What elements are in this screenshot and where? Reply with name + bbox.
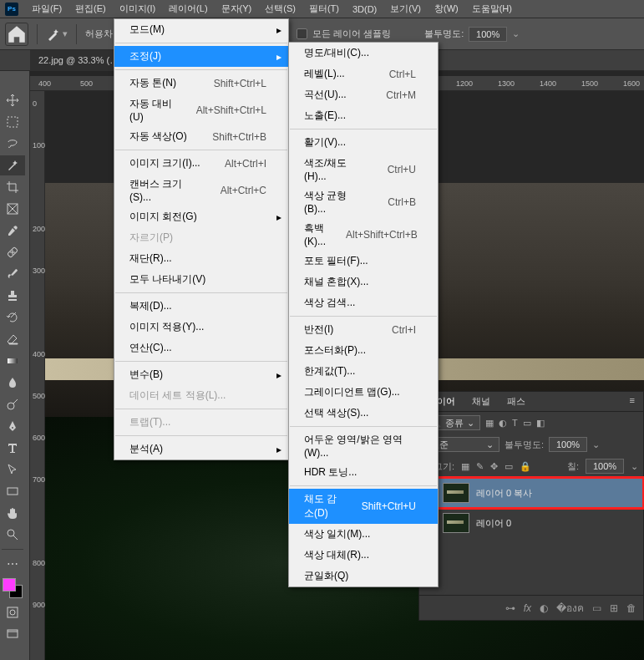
menu-item[interactable]: 활기(V)... — [289, 132, 438, 153]
move-tool[interactable] — [0, 90, 25, 110]
menu-item[interactable]: 모두 나타내기(V) — [114, 269, 288, 290]
lock-image-icon[interactable]: ✎ — [476, 461, 484, 472]
healing-tool[interactable] — [0, 242, 25, 262]
menu-edit[interactable]: 편집(E) — [68, 1, 113, 17]
screenmode-toggle[interactable] — [0, 624, 25, 644]
menu-item[interactable]: 이미지 크기(I)...Alt+Ctrl+I — [114, 153, 288, 174]
menu-item[interactable]: 반전(I)Ctrl+I — [289, 319, 438, 340]
lock-all-icon[interactable]: 🔒 — [520, 461, 531, 472]
menu-item[interactable]: 균일화(Q) — [289, 566, 438, 586]
tool-preset-icon[interactable]: ▾ — [46, 27, 68, 42]
menu-type[interactable]: 문자(Y) — [215, 1, 259, 17]
menu-help[interactable]: 도움말(H) — [465, 1, 519, 17]
eraser-tool[interactable] — [0, 329, 25, 349]
menu-item[interactable]: 색상 대체(R)... — [289, 545, 438, 566]
hand-tool[interactable] — [0, 503, 25, 523]
tab-paths[interactable]: 패스 — [499, 392, 534, 411]
rectangle-tool[interactable] — [0, 481, 25, 501]
ruler-vertical[interactable]: 0 100 200 300 400 500 600 700 800 900 — [30, 91, 45, 660]
menu-item[interactable]: 어두운 영역/밝은 영역(W)... — [289, 429, 438, 462]
sample-all-layers-checkbox[interactable] — [297, 28, 307, 39]
menu-file[interactable]: 파일(F) — [25, 1, 68, 17]
lock-artboard-icon[interactable]: ▭ — [505, 461, 513, 472]
stamp-tool[interactable] — [0, 286, 25, 306]
menu-item[interactable]: 레벨(L)...Ctrl+L — [289, 63, 438, 84]
menu-item[interactable]: 색상 균형(B)...Ctrl+B — [289, 185, 438, 218]
link-layers-icon[interactable]: ⊶ — [505, 602, 515, 614]
menu-item[interactable]: 캔버스 크기(S)...Alt+Ctrl+C — [114, 174, 288, 206]
menu-select[interactable]: 선택(S) — [258, 1, 302, 17]
menu-item[interactable]: 재단(R)... — [114, 248, 288, 269]
app-logo[interactable]: Ps — [5, 3, 18, 16]
foreground-color[interactable] — [3, 578, 16, 591]
layer-name[interactable]: 레이어 0 — [476, 517, 511, 530]
color-swatches[interactable] — [3, 578, 23, 598]
blur-tool[interactable] — [0, 373, 25, 393]
layer-thumbnail[interactable] — [443, 513, 469, 533]
menu-item[interactable]: 색조/채도(H)...Ctrl+U — [289, 153, 438, 185]
layer-name[interactable]: 레이어 0 복사 — [476, 487, 532, 500]
quickmask-toggle[interactable] — [0, 602, 25, 622]
zoom-tool[interactable] — [0, 525, 25, 545]
menu-item[interactable]: 이미지 회전(G)▸ — [114, 206, 288, 227]
menu-item[interactable]: 노출(E)... — [289, 105, 438, 126]
type-tool[interactable] — [0, 438, 25, 458]
menu-item[interactable]: 복제(D)... — [114, 296, 288, 317]
filter-type-icon[interactable]: T — [512, 418, 518, 428]
path-select-tool[interactable] — [0, 459, 25, 480]
menu-item[interactable]: 자동 톤(N)Shift+Ctrl+L — [114, 73, 288, 94]
menu-item[interactable]: 조정(J)▸ — [114, 46, 288, 67]
menu-view[interactable]: 보기(V) — [383, 1, 428, 17]
brush-tool[interactable] — [0, 264, 25, 284]
menu-item[interactable]: 곡선(U)...Ctrl+M — [289, 84, 438, 105]
menu-item[interactable]: HDR 토닝... — [289, 462, 438, 483]
marquee-tool[interactable] — [0, 112, 25, 132]
menu-item[interactable]: 포토 필터(F)... — [289, 251, 438, 272]
layer-mask-icon[interactable]: ◐ — [540, 602, 548, 614]
menu-window[interactable]: 창(W) — [428, 1, 465, 17]
eyedropper-tool[interactable] — [0, 221, 25, 241]
layer-thumbnail[interactable] — [443, 483, 469, 503]
menu-3d[interactable]: 3D(D) — [346, 3, 383, 16]
tab-channels[interactable]: 채널 — [464, 392, 499, 411]
history-brush-tool[interactable] — [0, 307, 25, 327]
lock-transparent-icon[interactable]: ▦ — [461, 461, 469, 472]
menu-filter[interactable]: 필터(T) — [302, 1, 346, 17]
menu-item[interactable]: 색상 일치(M)... — [289, 524, 438, 545]
layer-opacity-input[interactable] — [549, 437, 587, 452]
chevron-down-icon[interactable]: ⌄ — [592, 439, 600, 450]
crop-tool[interactable] — [0, 177, 25, 197]
filter-pixel-icon[interactable]: ▦ — [485, 418, 494, 429]
panel-menu-icon[interactable]: ≡ — [621, 392, 643, 411]
layer-row[interactable]: 👁 레이어 0 복사 — [419, 478, 643, 508]
filter-smart-icon[interactable]: ◧ — [536, 418, 545, 429]
filter-adjust-icon[interactable]: ◐ — [499, 418, 507, 429]
menu-item[interactable]: 이미지 적용(Y)... — [114, 317, 288, 338]
layer-style-icon[interactable]: fx — [524, 602, 531, 614]
chevron-down-icon[interactable]: ⌄ — [631, 461, 638, 472]
opacity-input[interactable] — [469, 27, 507, 42]
menu-item[interactable]: 선택 색상(S)... — [289, 403, 438, 424]
home-button[interactable] — [5, 23, 28, 46]
menu-item[interactable]: 포스터화(P)... — [289, 340, 438, 361]
menu-item[interactable]: 명도/대비(C)... — [289, 43, 438, 63]
menu-item[interactable]: 그레이디언트 맵(G)... — [289, 382, 438, 403]
layer-row[interactable]: 👁 레이어 0 — [419, 508, 643, 538]
delete-layer-icon[interactable]: 🗑 — [626, 602, 636, 614]
menu-item[interactable]: 한계값(T)... — [289, 361, 438, 382]
menu-item[interactable]: 모드(M)▸ — [114, 19, 288, 40]
lasso-tool[interactable] — [0, 134, 25, 154]
opacity-dropdown-icon[interactable]: ⌄ — [512, 28, 520, 39]
menu-item[interactable]: 흑백(K)...Alt+Shift+Ctrl+B — [289, 218, 438, 251]
menu-item[interactable]: 채널 혼합(X)... — [289, 272, 438, 292]
lock-position-icon[interactable]: ✥ — [490, 461, 498, 472]
menu-item[interactable]: 자동 대비(U)Alt+Shift+Ctrl+L — [114, 94, 288, 126]
fill-input[interactable] — [586, 459, 624, 474]
menu-layer[interactable]: 레이어(L) — [162, 1, 214, 17]
edit-toolbar[interactable]: ⋯ — [0, 554, 25, 574]
menu-item[interactable]: 변수(B)▸ — [114, 364, 288, 385]
menu-item[interactable]: 자동 색상(O)Shift+Ctrl+B — [114, 126, 288, 147]
menu-item[interactable]: 분석(A)▸ — [114, 439, 288, 459]
filter-shape-icon[interactable]: ▭ — [523, 418, 531, 429]
group-icon[interactable]: ▭ — [592, 602, 601, 614]
